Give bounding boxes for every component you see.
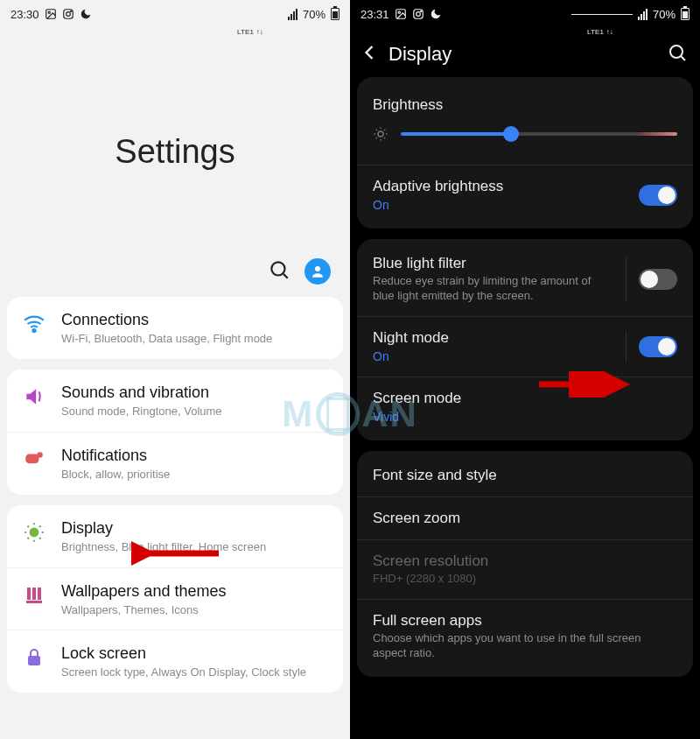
battery-icon: [681, 8, 690, 20]
image-icon: [395, 8, 407, 20]
svg-line-16: [39, 538, 41, 539]
row-sub: Block, allow, prioritise: [61, 468, 327, 482]
row-title: Night mode: [373, 329, 617, 347]
svg-line-18: [39, 525, 41, 527]
signal-icon: [638, 9, 648, 20]
search-icon[interactable]: [667, 42, 688, 67]
svg-point-30: [378, 131, 383, 137]
display-icon: [23, 521, 46, 544]
svg-line-17: [27, 538, 29, 539]
svg-rect-23: [28, 656, 40, 665]
watermark: MM ANAN: [282, 392, 418, 436]
instagram-icon: [412, 8, 424, 20]
row-sub: Wi-Fi, Bluetooth, Data usage, Flight mod…: [61, 332, 327, 347]
row-title: Brightness: [373, 96, 677, 114]
resolution-row[interactable]: Screen resolution FHD+ (2280 x 1080): [357, 539, 693, 599]
status-bar: 23:30 VoI 4G RLTE1 ↑↓ 70%: [0, 0, 350, 28]
svg-line-37: [376, 137, 377, 138]
network-indicator: VoI 4G RLTE1 ↑↓: [571, 0, 633, 48]
row-title: Lock screen: [61, 644, 327, 663]
zoom-row[interactable]: Screen zoom: [357, 496, 693, 539]
row-sub: On: [373, 197, 630, 213]
notifications-icon: [23, 448, 46, 471]
search-icon[interactable]: [268, 258, 290, 285]
sun-icon: [373, 126, 388, 142]
moon-icon: [80, 8, 92, 20]
svg-rect-19: [27, 588, 31, 600]
sound-icon: [23, 385, 46, 408]
row-title: Display: [61, 519, 327, 538]
svg-point-29: [670, 46, 682, 58]
adaptive-brightness-toggle[interactable]: [639, 185, 677, 206]
svg-rect-20: [32, 588, 36, 600]
adaptive-brightness-row[interactable]: Adaptive brightness On: [357, 165, 693, 225]
svg-rect-21: [38, 588, 41, 600]
blue-light-toggle[interactable]: [639, 269, 677, 290]
blue-light-row[interactable]: Blue light filter Reduce eye strain by l…: [357, 243, 693, 316]
row-title: Connections: [61, 311, 327, 329]
row-title: Full screen apps: [373, 612, 677, 630]
page-title: Settings: [0, 28, 350, 171]
battery-text: 70%: [653, 8, 676, 21]
svg-point-6: [315, 266, 320, 271]
status-time: 23:31: [360, 8, 389, 21]
svg-point-1: [48, 11, 50, 13]
brightness-row: Brightness: [357, 81, 693, 165]
font-row[interactable]: Font size and style: [357, 454, 693, 496]
display-screen: 23:31 VoI 4G RLTE1 ↑↓ 70% Display Bright…: [350, 0, 700, 739]
brightness-slider[interactable]: [401, 132, 677, 136]
settings-screen: 23:30 VoI 4G RLTE1 ↑↓ 70% Settings Conne…: [0, 0, 350, 739]
row-title: Wallpapers and themes: [61, 582, 327, 601]
network-indicator: VoI 4G RLTE1 ↑↓: [221, 0, 283, 48]
svg-line-15: [27, 525, 29, 527]
svg-line-38: [384, 130, 385, 130]
svg-line-36: [384, 137, 385, 138]
fullscreen-row[interactable]: Full screen apps Choose which apps you w…: [357, 599, 693, 673]
battery-icon: [331, 8, 340, 20]
row-title: Screen zoom: [373, 510, 677, 527]
row-title: Font size and style: [373, 467, 677, 484]
settings-row-display[interactable]: Display Brightness, Blue light filter, H…: [7, 505, 343, 567]
battery-text: 70%: [303, 8, 326, 21]
svg-point-25: [398, 11, 400, 13]
wallpaper-icon: [23, 584, 46, 607]
lock-icon: [23, 646, 46, 669]
row-sub: Reduce eye strain by limiting the amount…: [373, 274, 592, 304]
svg-point-28: [420, 11, 421, 11]
settings-row-wallpapers[interactable]: Wallpapers and themes Wallpapers, Themes…: [7, 567, 343, 630]
svg-line-35: [376, 130, 377, 130]
night-mode-row[interactable]: Night mode On: [357, 316, 693, 377]
row-sub: Brightness, Blue light filter, Home scre…: [61, 540, 327, 555]
svg-point-3: [66, 12, 70, 17]
row-sub: Vivid: [373, 409, 677, 425]
row-sub: FHD+ (2280 x 1080): [373, 572, 677, 587]
settings-row-notifications[interactable]: Notifications Block, allow, prioritise: [7, 432, 343, 495]
moon-icon: [430, 8, 442, 20]
status-bar: 23:31 VoI 4G RLTE1 ↑↓ 70%: [350, 0, 700, 28]
settings-row-connections[interactable]: Connections Wi-Fi, Bluetooth, Data usage…: [7, 297, 343, 359]
row-title: Blue light filter: [373, 255, 617, 272]
row-sub: Screen lock type, Always On Display, Clo…: [61, 665, 327, 680]
signal-icon: [288, 9, 298, 20]
avatar[interactable]: [304, 258, 331, 285]
svg-point-4: [70, 11, 71, 11]
row-title: Notifications: [61, 447, 327, 465]
settings-row-lockscreen[interactable]: Lock screen Screen lock type, Always On …: [7, 630, 343, 693]
wifi-icon: [23, 313, 46, 335]
svg-rect-22: [26, 601, 42, 603]
row-sub: Wallpapers, Themes, Icons: [61, 603, 327, 618]
row-title: Screen mode: [373, 390, 677, 407]
image-icon: [45, 8, 57, 20]
row-title: Adaptive brightness: [373, 178, 630, 195]
row-sub: Choose which apps you want to use in the…: [373, 631, 677, 661]
instagram-icon: [62, 8, 74, 20]
night-mode-toggle[interactable]: [639, 336, 677, 357]
svg-point-7: [32, 329, 35, 332]
svg-point-10: [30, 527, 39, 537]
svg-point-9: [37, 452, 43, 458]
back-icon[interactable]: [357, 40, 382, 68]
svg-point-27: [416, 12, 420, 17]
svg-rect-8: [25, 454, 38, 463]
row-title: Screen resolution: [373, 552, 677, 570]
row-sub: On: [373, 348, 617, 364]
